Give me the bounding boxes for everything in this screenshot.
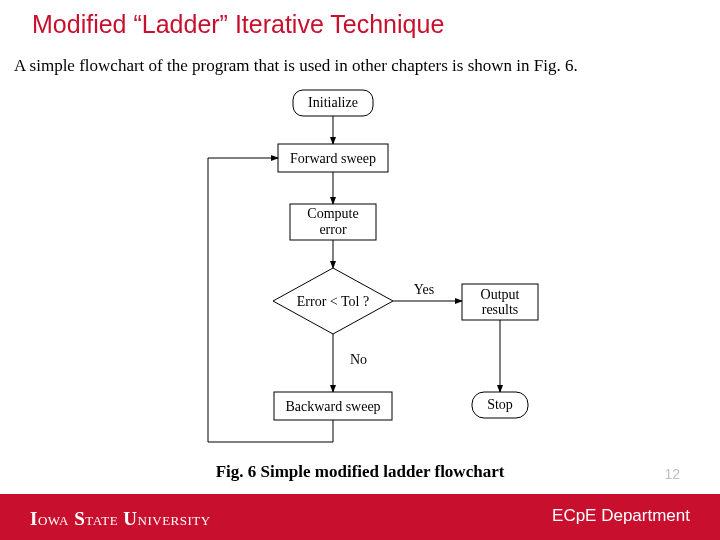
label-compute-error-l1: Compute [307,206,358,221]
label-stop: Stop [487,397,513,412]
label-forward-sweep: Forward sweep [290,151,376,166]
label-output-l1: Output [481,287,520,302]
body-text: A simple flowchart of the program that i… [14,56,578,76]
label-initialize: Initialize [308,95,358,110]
label-no: No [350,352,367,367]
label-output-l2: results [482,302,519,317]
slide-title: Modified “Ladder” Iterative Technique [32,10,444,39]
slide: Modified “Ladder” Iterative Technique A … [0,0,720,540]
figure-caption: Fig. 6 Simple modified ladder flowchart [0,462,720,482]
flowchart-diagram: Initialize Forward sweep Compute error E… [178,86,548,462]
label-compute-error-l2: error [319,222,347,237]
footer-bar: Iowa State University ECpE Department [0,494,720,540]
label-decision: Error < Tol ? [297,294,369,309]
footer-logo: Iowa State University [30,508,211,530]
flowchart-svg: Initialize Forward sweep Compute error E… [178,86,548,462]
page-number: 12 [664,466,680,482]
footer-department: ECpE Department [552,506,690,526]
label-yes: Yes [414,282,434,297]
label-backward-sweep: Backward sweep [285,399,380,414]
